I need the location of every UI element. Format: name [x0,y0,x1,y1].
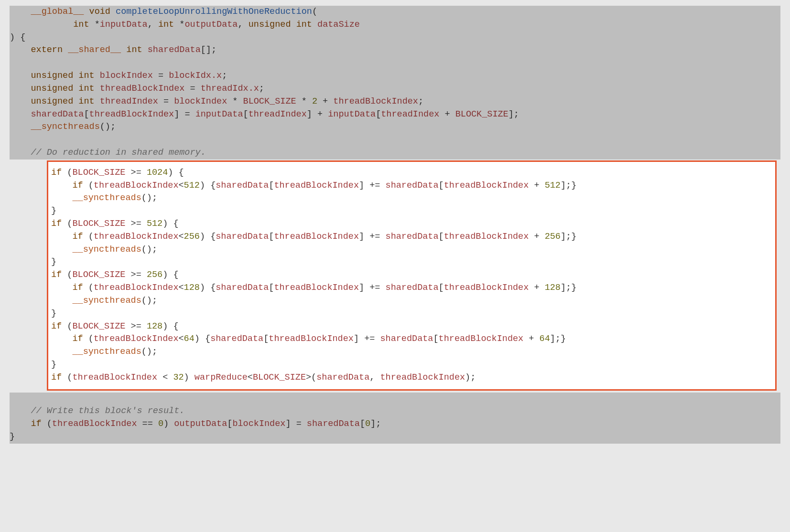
code-line: __syncthreads(); [10,121,780,134]
code-line: extern __shared__ int sharedData[]; [10,44,780,57]
code-line: __syncthreads(); [51,346,772,359]
code-line: if (BLOCK_SIZE >= 256) { [51,269,772,282]
code-line: if (threadBlockIndex<256) {sharedData[th… [51,231,772,244]
code-line: if (threadBlockIndex<128) {sharedData[th… [51,282,772,295]
code-line: // Do reduction in shared memory. [10,147,780,160]
code-line: } [51,205,772,218]
code-line: __syncthreads(); [51,244,772,256]
code-line: if (BLOCK_SIZE >= 512) { [51,218,772,231]
code-line: } [51,359,772,372]
code-line: unsigned int threadIndex = blockIndex * … [10,96,780,108]
code-empty [10,57,780,70]
kw-global: __global__ [31,7,84,17]
code-line: if (threadBlockIndex<512) {sharedData[th… [51,180,772,192]
code-line: if (threadBlockIndex == 0) outputData[bl… [10,418,780,431]
code-line: } [10,431,780,444]
fn-name: completeLoopUnrollingWithOneReduction [116,7,312,17]
code-line: if (BLOCK_SIZE >= 128) { [51,320,772,333]
code-line: unsigned int threadBlockIndex = threadId… [10,83,780,96]
code-line: if (BLOCK_SIZE >= 1024) { [51,167,772,180]
code-line: if (threadBlockIndex < 32) warpReduce<BL… [51,372,772,384]
code-line: __syncthreads(); [51,295,772,308]
highlight-box: if (BLOCK_SIZE >= 1024) { if (threadBloc… [47,160,777,391]
code-line: sharedData[threadBlockIndex] = inputData… [10,108,780,121]
code-line: ) { [10,32,780,44]
code-line: } [51,256,772,269]
kw-void: void [89,7,110,17]
code-line: } [51,308,772,320]
code-line: unsigned int blockIndex = blockIdx.x; [10,70,780,83]
code-line: int *inputData, int *outputData, unsigne… [10,19,780,32]
code-dimmed-top: __global__ void completeLoopUnrollingWit… [10,6,780,160]
code-empty [10,393,780,405]
code-line: __global__ void completeLoopUnrollingWit… [10,6,780,19]
code-line: if (threadBlockIndex<64) {sharedData[thr… [51,333,772,346]
code-empty [10,134,780,147]
code-line: // Write this block's result. [10,405,780,418]
code-line: __syncthreads(); [51,192,772,205]
code-dimmed-bottom: // Write this block's result. if (thread… [10,393,780,444]
